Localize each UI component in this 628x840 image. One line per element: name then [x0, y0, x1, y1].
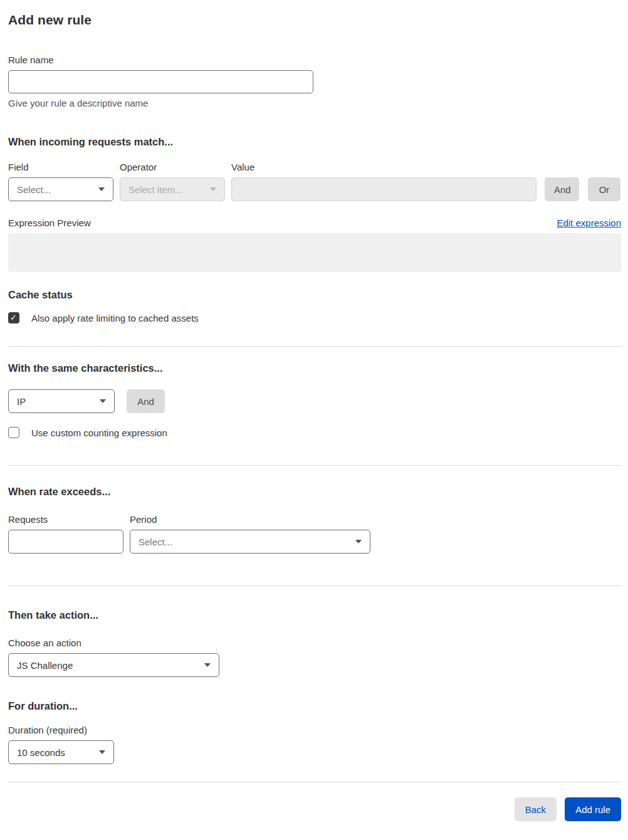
duration-select[interactable]: 10 seconds: [8, 740, 114, 764]
characteristics-row: IP And: [8, 389, 621, 413]
period-group: Period Select...: [130, 514, 370, 554]
custom-counting-checkbox[interactable]: [8, 427, 19, 438]
chevron-down-icon: [98, 187, 105, 191]
cache-status-checkbox-row: Also apply rate limiting to cached asset…: [8, 312, 621, 323]
rule-name-label: Rule name: [8, 55, 621, 65]
requests-input[interactable]: [8, 530, 123, 554]
match-condition-row: Field Select... Operator Select item... …: [8, 162, 621, 201]
rule-name-input[interactable]: [8, 70, 313, 93]
chevron-down-icon: [100, 399, 106, 403]
period-label: Period: [130, 514, 370, 525]
rate-section-heading: When rate exceeds...: [8, 486, 621, 498]
field-select[interactable]: Select...: [8, 177, 113, 201]
characteristics-section-heading: With the same characteristics...: [8, 362, 621, 374]
page-title: Add new rule: [8, 13, 621, 28]
section-divider: [8, 465, 621, 466]
expression-preview-box: [8, 233, 621, 272]
characteristic-select-value: IP: [17, 396, 26, 407]
operator-select: Select item...: [120, 177, 225, 201]
operator-group: Operator Select item...: [120, 162, 225, 201]
chevron-down-icon: [99, 750, 105, 754]
requests-label: Requests: [8, 514, 123, 525]
match-section-heading: When incoming requests match...: [8, 136, 621, 148]
footer-actions: Back Add rule: [8, 797, 621, 821]
requests-group: Requests: [8, 514, 123, 554]
duration-select-value: 10 seconds: [17, 747, 65, 758]
expression-preview-label: Expression Preview: [8, 218, 91, 228]
action-select-value: JS Challenge: [17, 660, 73, 671]
add-rule-form: Add new rule Rule name Give your rule a …: [0, 0, 628, 840]
expression-preview-row: Expression Preview Edit expression: [8, 218, 621, 228]
characteristic-and-button[interactable]: And: [127, 389, 165, 413]
operator-select-value: Select item...: [128, 184, 183, 195]
chevron-down-icon: [210, 187, 216, 191]
field-group: Field Select...: [8, 162, 113, 201]
rule-name-helper: Give your rule a descriptive name: [8, 98, 621, 108]
rate-row: Requests Period Select...: [8, 514, 621, 554]
back-button[interactable]: Back: [515, 797, 557, 821]
field-select-value: Select...: [17, 184, 51, 195]
duration-section-heading: For duration...: [8, 700, 621, 712]
add-rule-button[interactable]: Add rule: [565, 797, 621, 821]
period-select[interactable]: Select...: [130, 530, 370, 554]
operator-label: Operator: [120, 162, 225, 172]
section-divider: [8, 585, 621, 586]
duration-label: Duration (required): [8, 725, 621, 735]
field-label: Field: [8, 162, 113, 172]
section-divider: [8, 346, 621, 347]
chevron-down-icon: [355, 540, 362, 543]
or-button[interactable]: Or: [588, 177, 620, 201]
chevron-down-icon: [204, 663, 211, 667]
custom-counting-checkbox-label: Use custom counting expression: [31, 428, 167, 438]
footer-divider: [8, 782, 621, 782]
value-group: Value: [231, 162, 536, 201]
edit-expression-link[interactable]: Edit expression: [557, 218, 621, 228]
cache-status-heading: Cache status: [8, 289, 621, 301]
action-label: Choose an action: [8, 638, 621, 648]
and-button[interactable]: And: [545, 177, 579, 201]
action-section-heading: Then take action...: [8, 609, 621, 621]
cached-assets-checkbox-label: Also apply rate limiting to cached asset…: [31, 313, 199, 323]
value-label: Value: [231, 162, 536, 172]
characteristic-select[interactable]: IP: [8, 389, 115, 413]
period-select-value: Select...: [139, 537, 172, 547]
cached-assets-checkbox[interactable]: [8, 312, 19, 323]
action-select[interactable]: JS Challenge: [8, 653, 219, 677]
custom-counting-checkbox-row: Use custom counting expression: [8, 427, 621, 438]
value-input: [231, 177, 536, 201]
